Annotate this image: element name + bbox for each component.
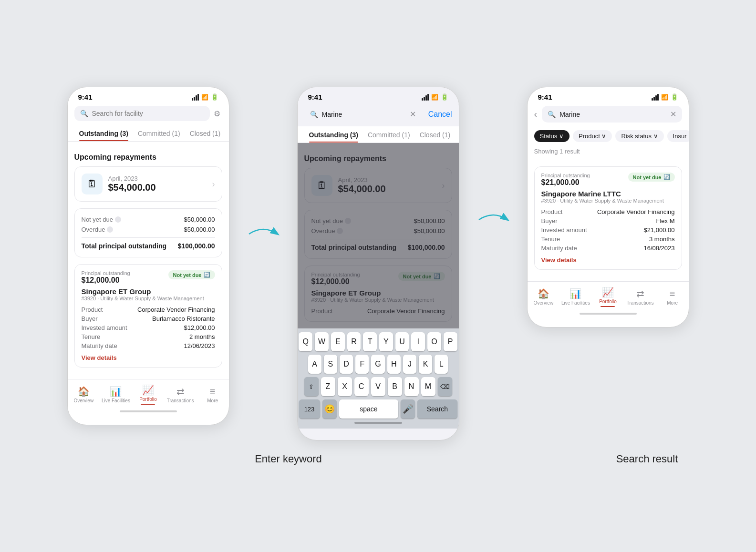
key-q[interactable]: Q (299, 332, 312, 351)
nav-portfolio-1[interactable]: 📈 Portfolio (132, 384, 165, 405)
key-i[interactable]: I (411, 332, 425, 351)
key-e[interactable]: E (331, 332, 345, 351)
tenure-label-3: Tenure (541, 235, 560, 243)
filter-status-3[interactable]: Status ∨ (534, 130, 570, 142)
nav-live-label-1: Live Facilities (102, 398, 130, 403)
tab-committed-2[interactable]: Committed (1) (363, 126, 415, 143)
key-v[interactable]: V (371, 377, 385, 396)
wifi-icon-3: 📶 (661, 94, 668, 101)
key-p[interactable]: P (444, 332, 457, 351)
nav-more-label-3: More (667, 300, 678, 306)
key-mic[interactable]: 🎤 (401, 399, 415, 419)
signal-icon-1 (192, 94, 199, 101)
overdue-label-1: Overdue (82, 226, 114, 233)
product-value-3: Corporate Vendor Financing (597, 208, 675, 215)
nav-overview-1[interactable]: 🏠 Overview (68, 386, 100, 403)
key-j[interactable]: J (403, 355, 416, 374)
key-backspace[interactable]: ⌫ (438, 377, 452, 396)
home-icon-3: 🏠 (538, 288, 549, 299)
key-123[interactable]: 123 (299, 399, 320, 419)
bottom-nav-1: 🏠 Overview 📊 Live Facilities 📈 Portfolio… (68, 379, 229, 407)
principal-amount-1: $12,000.00 (82, 276, 130, 285)
status-time-3: 9:41 (538, 93, 552, 101)
key-l[interactable]: L (435, 355, 448, 374)
live-icon-3: 📊 (570, 288, 581, 299)
enter-keyword-label: Enter keyword (255, 453, 322, 465)
repayment-amount-1: $54,000.00 (108, 182, 207, 193)
key-z[interactable]: Z (321, 377, 335, 396)
nav-more-1[interactable]: ≡ More (197, 386, 229, 403)
clear-icon-3[interactable]: ✕ (670, 110, 676, 119)
nav-more-3[interactable]: ≡ More (656, 288, 689, 306)
key-space[interactable]: space (339, 399, 399, 419)
bottom-nav-3: 🏠 Overview 📊 Live Facilities 📈 Portfolio… (528, 281, 689, 309)
nav-overview-label-1: Overview (73, 398, 93, 403)
info-dot-1 (115, 216, 121, 223)
search-input-1[interactable] (92, 110, 204, 117)
key-x[interactable]: X (338, 377, 352, 396)
filter-pills-3: Status ∨ Product ∨ Risk status ∨ Insur (528, 126, 689, 146)
key-o[interactable]: O (427, 332, 441, 351)
clear-icon-2[interactable]: ✕ (410, 110, 416, 119)
keyboard-row-4: 123 😊 space 🎤 Search (299, 399, 457, 419)
maturity-label-1: Maturity date (82, 342, 117, 349)
key-d[interactable]: D (340, 355, 353, 374)
key-h[interactable]: H (387, 355, 401, 374)
nav-portfolio-label-1: Portfolio (139, 397, 157, 402)
nav-transactions-3[interactable]: ⇄ Transactions (624, 288, 656, 306)
filter-insur-3[interactable]: Insur (667, 130, 689, 142)
keyboard-2: Q W E R T Y U I O P A S D F G (298, 328, 459, 429)
upcoming-heading-1: Upcoming repayments (74, 153, 222, 162)
back-btn-3[interactable]: ‹ (534, 109, 539, 120)
key-a[interactable]: A (308, 355, 321, 374)
keyboard-row-3: ⇧ Z X C V B N M ⌫ (299, 377, 457, 396)
key-g[interactable]: G (371, 355, 384, 374)
tab-outstanding-2[interactable]: Outstanding (3) (304, 126, 363, 143)
search-bar-3[interactable]: 🔍 ✕ (542, 106, 682, 123)
key-n[interactable]: N (404, 377, 419, 396)
tab-outstanding-1[interactable]: Outstanding (3) (74, 125, 133, 141)
filter-product-3[interactable]: Product ∨ (573, 130, 612, 142)
key-y[interactable]: Y (379, 332, 393, 351)
nav-live-3[interactable]: 📊 Live Facilities (559, 288, 592, 306)
key-t[interactable]: T (363, 332, 377, 351)
info-dot-2 (107, 226, 113, 233)
key-shift[interactable]: ⇧ (304, 377, 319, 396)
more-icon-1: ≡ (210, 386, 216, 397)
key-w[interactable]: W (315, 332, 329, 351)
invested-label-1: Invested amount (82, 324, 127, 331)
search-result-label: Search result (616, 453, 678, 465)
tab-closed-1[interactable]: Closed (1) (185, 125, 226, 141)
search-input-2[interactable] (322, 111, 406, 118)
key-m[interactable]: M (421, 377, 435, 396)
key-s[interactable]: S (324, 355, 337, 374)
search-bar-1[interactable]: 🔍 (74, 106, 210, 121)
filter-risk-3[interactable]: Risk status ∨ (615, 130, 663, 142)
nav-overview-label-3: Overview (533, 300, 553, 306)
tab-closed-2[interactable]: Closed (1) (415, 126, 456, 143)
cancel-btn-2[interactable]: Cancel (428, 110, 452, 119)
view-details-3[interactable]: View details (541, 256, 675, 264)
search-bar-2[interactable]: 🔍 ✕ (304, 106, 422, 123)
transactions-icon-3: ⇄ (636, 288, 644, 299)
nav-overview-3[interactable]: 🏠 Overview (528, 288, 560, 306)
key-search[interactable]: Search (417, 399, 457, 419)
key-f[interactable]: F (355, 355, 369, 374)
repayment-card-1[interactable]: 🗓 April, 2023 $54,000.00 › (74, 166, 222, 202)
view-details-1[interactable]: View details (82, 354, 215, 361)
key-k[interactable]: K (419, 355, 432, 374)
nav-transactions-1[interactable]: ⇄ Transactions (164, 386, 197, 403)
key-b[interactable]: B (388, 377, 402, 396)
nav-live-1[interactable]: 📊 Live Facilities (100, 386, 132, 403)
search-input-3[interactable] (559, 111, 666, 118)
principal-amount-3: $21,000.00 (541, 178, 590, 187)
nav-portfolio-3[interactable]: 📈 Portfolio (592, 286, 624, 307)
product-label-3: Product (541, 208, 563, 215)
home-indicator-3 (580, 313, 637, 315)
key-r[interactable]: R (347, 332, 361, 351)
key-c[interactable]: C (354, 377, 369, 396)
tab-committed-1[interactable]: Committed (1) (133, 125, 185, 141)
key-u[interactable]: U (395, 332, 409, 351)
filter-icon-1[interactable]: ⚙ (214, 109, 220, 118)
key-emoji[interactable]: 😊 (322, 399, 337, 419)
